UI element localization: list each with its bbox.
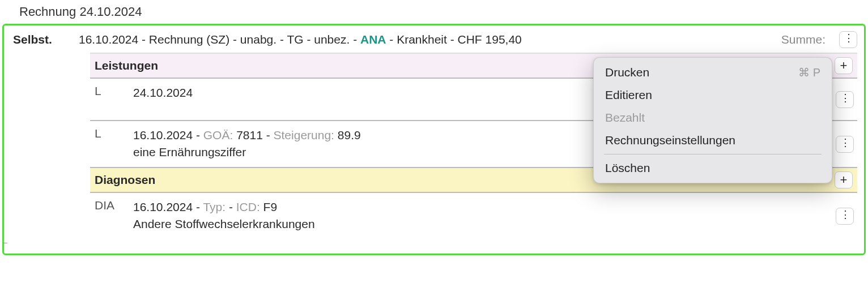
row-description: eine Ernährungsziffer <box>133 145 246 158</box>
goa-value: 7811 <box>236 128 263 141</box>
typ-label: Typ: <box>203 200 225 213</box>
menu-shortcut: ⌘ P <box>798 66 820 79</box>
steigerung-label: Steigerung: <box>274 128 334 141</box>
invoice-amount: CHF 195,40 <box>458 33 522 46</box>
plus-icon: + <box>840 174 848 186</box>
invoice-type: Rechnung (SZ) <box>149 33 229 46</box>
invoice-status1: unabg. <box>240 33 276 46</box>
invoice-header-row: Selbst. 16.10.2024 - Rechnung (SZ) - una… <box>11 31 857 53</box>
menu-item-label: Bezahlt <box>605 111 645 124</box>
row-menu-button[interactable]: ⋮ <box>836 208 854 225</box>
invoice-panel: Selbst. 16.10.2024 - Rechnung (SZ) - una… <box>2 24 866 255</box>
menu-item-paid: Bezahlt <box>598 106 827 129</box>
menu-item-print[interactable]: Drucken ⌘ P <box>598 61 827 84</box>
menu-item-label: Löschen <box>605 161 650 175</box>
menu-item-label: Editieren <box>605 88 652 102</box>
context-menu: Drucken ⌘ P Editieren Bezahlt Rechnungse… <box>593 57 832 183</box>
page-title: Rechnung 24.10.2024 <box>19 5 866 19</box>
steigerung-value: 89.9 <box>338 128 361 141</box>
menu-separator <box>604 154 822 154</box>
row-date: 24.10.2024 <box>133 86 193 99</box>
row-tag: L <box>95 84 133 101</box>
row-menu-button[interactable]: ⋮ <box>836 136 854 153</box>
sum-label: Summe: <box>781 33 839 46</box>
invoice-status3: unbez. <box>314 33 350 46</box>
menu-item-label: Drucken <box>605 66 649 79</box>
invoice-menu-button[interactable]: ⋮ <box>839 31 857 48</box>
row-body: 16.10.2024 - Typ: - ICD: F9 Andere Stoff… <box>133 199 853 232</box>
row-menu-button[interactable]: ⋮ <box>836 91 854 108</box>
add-diagnose-button[interactable]: + <box>835 171 853 188</box>
invoice-status2: TG <box>287 33 303 46</box>
row-tag: L <box>95 127 133 160</box>
icd-label: ICD: <box>236 200 260 213</box>
row-tag: DIA <box>95 199 133 232</box>
invoice-code: ANA <box>360 33 386 46</box>
invoice-summary-line: 16.10.2024 - Rechnung (SZ) - unabg. - TG… <box>79 33 781 46</box>
plus-icon: + <box>840 59 848 72</box>
row-date: 16.10.2024 <box>133 128 193 141</box>
diagnose-row: DIA 16.10.2024 - Typ: - ICD: F9 Andere S… <box>90 193 857 239</box>
menu-item-delete[interactable]: Löschen <box>598 157 827 179</box>
goa-label: GOÄ: <box>203 128 233 141</box>
collapse-button[interactable]: – <box>3 238 7 247</box>
icd-value: F9 <box>263 200 278 213</box>
menu-item-label: Rechnungseinstellungen <box>605 134 735 147</box>
menu-item-edit[interactable]: Editieren <box>598 84 827 106</box>
menu-item-settings[interactable]: Rechnungseinstellungen <box>598 129 827 152</box>
invoice-reason: Krankheit <box>397 33 447 46</box>
payer-label: Selbst. <box>13 33 79 46</box>
row-description: Andere Stoffwechselerkrankungen <box>133 217 315 230</box>
row-date: 16.10.2024 <box>133 200 193 213</box>
add-leistung-button[interactable]: + <box>835 57 853 74</box>
invoice-date: 16.10.2024 <box>79 33 138 46</box>
